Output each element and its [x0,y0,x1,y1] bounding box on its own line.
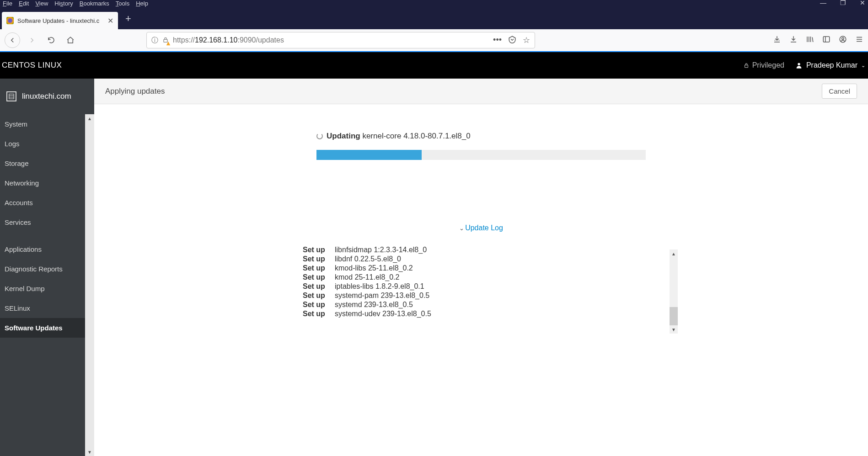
lock-icon [743,62,750,69]
scroll-thumb[interactable] [670,307,678,325]
sidebar-scrollbar[interactable]: ▲ ▼ [85,114,94,456]
sidebar-item-services[interactable]: Services [0,212,85,232]
log-line: Set uplibnfsidmap 1:2.3.3-14.el8_0 [303,246,659,254]
back-button[interactable] [5,32,20,48]
sidebar-item-software-updates[interactable]: Software Updates [0,318,85,338]
home-icon [66,36,75,44]
menu-tools[interactable]: Tools [116,0,129,7]
window-maximize[interactable]: ❐ [840,0,846,6]
menu-view[interactable]: View [35,0,48,7]
sidebar-item-diagnostic-reports[interactable]: Diagnostic Reports [0,259,85,279]
cockpit-body: linuxtechi.com SystemLogsStorageNetworki… [0,79,868,456]
log-line: Set uplibdnf 0.22.5-5.el8_0 [303,255,659,263]
log-action: Set up [303,264,335,272]
log-action: Set up [303,282,335,291]
progress-bar [316,150,646,160]
privileged-badge[interactable]: Privileged [743,61,784,69]
scroll-up-icon[interactable]: ▲ [85,114,94,122]
sidebar-item-storage[interactable]: Storage [0,154,85,173]
log-package: systemd 239-13.el8_0.5 [335,301,413,309]
sidebar-item-selinux[interactable]: SELinux [0,298,85,318]
menu-edit[interactable]: Edit [19,0,29,7]
pocket-icon[interactable] [508,35,516,46]
browser-toolbar: ⓘ https://192.168.1.10:9090/updates ••• … [0,29,868,52]
chevron-down-icon: ⌄ [861,63,865,69]
update-status: Updating kernel-core 4.18.0-80.7.1.el8_0 [316,132,646,141]
svg-rect-4 [745,65,748,67]
home-button[interactable] [63,33,78,48]
tab-title: Software Updates - linuxtechi.c [17,17,104,24]
content-header: Applying updates Cancel [94,79,868,104]
library-download-icon[interactable] [773,35,781,46]
progress-fill [316,150,422,160]
user-icon [795,62,803,69]
forward-button[interactable] [25,33,39,48]
menu-bookmarks[interactable]: Bookmarks [80,0,109,7]
menu-history[interactable]: History [54,0,73,7]
cockpit-brand: CENTOS LINUX [2,61,62,70]
log-action: Set up [303,246,335,254]
log-line: Set upsystemd-pam 239-13.el8_0.5 [303,292,659,300]
log-package: systemd-udev 239-13.el8_0.5 [335,310,431,318]
arrow-left-icon [8,36,16,44]
arrow-right-icon [28,36,36,44]
log-line: Set upkmod-libs 25-11.el8_0.2 [303,264,659,272]
library-icon[interactable] [806,35,814,46]
sidebar-item-applications[interactable]: Applications [0,239,85,259]
svg-point-3 [842,37,844,40]
site-info-icon[interactable]: ⓘ [151,36,158,45]
svg-rect-6 [9,94,14,99]
sidebar-item-system[interactable]: System [0,114,85,134]
sidebar-item-networking[interactable]: Networking [0,173,85,193]
log-lines: Set uplibnfsidmap 1:2.3.3-14.el8_0Set up… [303,246,659,318]
menu-file[interactable]: File [3,0,12,7]
sidebar-nav: SystemLogsStorageNetworkingAccountsServi… [0,114,94,456]
log-package: kmod 25-11.el8_0.2 [335,273,399,281]
menu-hamburger-icon[interactable] [855,35,863,46]
log-package: iptables-libs 1.8.2-9.el8_0.1 [335,282,424,291]
sidebar: linuxtechi.com SystemLogsStorageNetworki… [0,79,94,456]
log-package: kmod-libs 25-11.el8_0.2 [335,264,413,272]
account-icon[interactable] [839,35,847,46]
scroll-up-icon[interactable]: ▲ [670,249,678,258]
log-section: ⌄Update Log Set uplibnfsidmap 1:2.3.3-14… [303,224,659,337]
window-controls: — ❐ ✕ [820,0,865,6]
content-body: Updating kernel-core 4.18.0-80.7.1.el8_0… [94,104,868,337]
sidebar-item-logs[interactable]: Logs [0,134,85,154]
scroll-down-icon[interactable]: ▼ [670,325,678,334]
browser-tab[interactable]: Software Updates - linuxtechi.c ✕ [2,12,118,29]
log-scrollbar[interactable]: ▲ ▼ [670,249,678,334]
scroll-down-icon[interactable]: ▼ [85,448,94,456]
host-icon [6,91,16,101]
update-log-toggle[interactable]: ⌄Update Log [303,224,659,232]
log-line: Set upsystemd 239-13.el8_0.5 [303,301,659,309]
user-menu[interactable]: Pradeep Kumar ⌄ [795,61,865,69]
svg-rect-1 [823,37,830,42]
reload-button[interactable] [44,33,59,48]
sidebar-icon[interactable] [822,35,830,46]
privileged-label: Privileged [752,61,784,69]
cancel-button[interactable]: Cancel [822,84,857,99]
page-title: Applying updates [105,87,165,96]
window-menubar: File Edit View History Bookmarks Tools H… [0,0,868,8]
log-package: libdnf 0.22.5-5.el8_0 [335,255,401,263]
log-action: Set up [303,301,335,309]
new-tab-button[interactable]: + [125,13,131,25]
log-action: Set up [303,310,335,318]
url-bar[interactable]: ⓘ https://192.168.1.10:9090/updates ••• … [146,32,535,48]
chevron-down-icon: ⌄ [459,225,464,232]
host-row[interactable]: linuxtechi.com [0,79,94,114]
cockpit-header: CENTOS LINUX Privileged Pradeep Kumar ⌄ [0,52,868,79]
window-close[interactable]: ✕ [860,0,865,6]
downloads-icon[interactable] [789,35,798,46]
tab-close-icon[interactable]: ✕ [107,16,113,25]
lock-warning-icon[interactable] [162,36,169,45]
page-actions-icon[interactable]: ••• [493,35,502,46]
log-line: Set upsystemd-udev 239-13.el8_0.5 [303,310,659,318]
window-minimize[interactable]: — [820,0,826,6]
toolbar-right [773,35,863,46]
menu-help[interactable]: Help [136,0,148,7]
sidebar-item-accounts[interactable]: Accounts [0,193,85,212]
sidebar-item-kernel-dump[interactable]: Kernel Dump [0,279,85,298]
bookmark-star-icon[interactable]: ☆ [523,35,530,46]
